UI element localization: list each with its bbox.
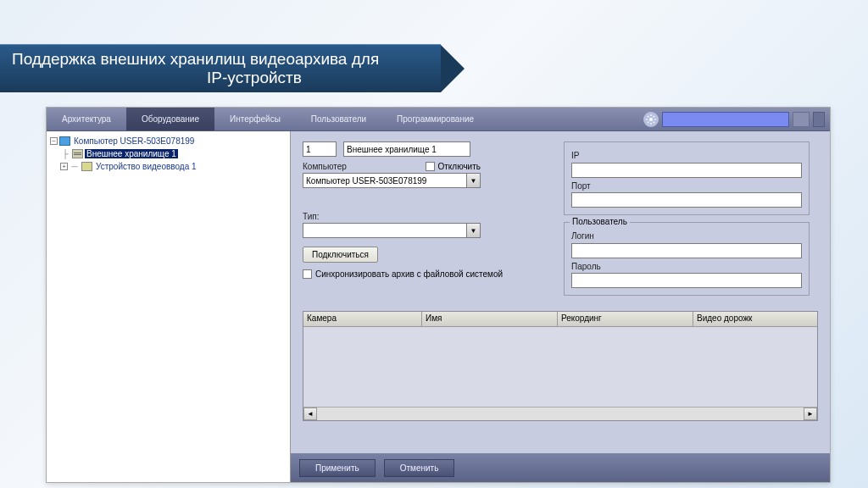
expand-icon[interactable]: + [60,163,68,170]
topbar: Архитектура Оборудование Интерфейсы Поль… [47,108,830,131]
sync-label: Синхронизировать архив с файловой систем… [315,269,503,279]
tree-label-video: Устройство видеоввода 1 [94,162,198,171]
sync-checkbox[interactable] [303,269,312,279]
tab-equipment[interactable]: Оборудование [126,108,214,130]
chevron-down-icon[interactable]: ▼ [467,223,481,238]
svg-line-6 [654,121,654,122]
scroll-right-icon[interactable]: ► [804,408,817,420]
tab-architecture[interactable]: Архитектура [47,108,126,130]
slide-title: Поддержка внешних хранилищ видеоархива д… [0,44,441,92]
type-select-value[interactable] [303,223,467,238]
login-label: Логин [571,231,802,241]
connect-button[interactable]: Подключиться [303,247,378,263]
apply-button[interactable]: Применить [299,459,376,477]
grid-header: Камера Имя Рекординг Видео дорожк [303,312,817,327]
disable-label: Отключить [437,162,481,171]
computer-label: Компьютер [303,162,347,171]
col-name[interactable]: Имя [422,312,558,326]
svg-line-5 [648,116,648,117]
bottom-bar: Применить Отменить [291,453,830,482]
slide-title-line2: IP-устройств [12,69,429,87]
app-window: Архитектура Оборудование Интерфейсы Поль… [46,107,831,483]
grid-body [303,327,817,407]
login-input[interactable] [571,243,802,258]
col-track[interactable]: Видео дорожк [693,312,817,326]
user-legend: Пользователь [570,217,630,226]
computer-icon [59,136,70,146]
ip-label: IP [571,151,802,160]
user-fieldset: Пользователь Логин Пароль [564,222,810,296]
tab-interfaces[interactable]: Интерфейсы [214,108,296,130]
port-label: Порт [571,181,802,191]
tab-users[interactable]: Пользователи [296,108,381,130]
computer-select[interactable]: ▼ [303,173,481,188]
config-panel: Компьютер Отключить ▼ Тип: [291,131,830,482]
type-label: Тип: [303,212,540,221]
tree-label-storage: Внешнее хранилище 1 [85,149,178,158]
camera-grid: Камера Имя Рекординг Видео дорожк ◄ ► [303,311,818,421]
panel-toggle-icon[interactable] [813,112,825,127]
password-label: Пароль [571,262,802,271]
grid-view-icon[interactable] [793,112,810,127]
video-device-icon [81,162,92,171]
tree-panel: − Компьютер USER-503E078199 ├ Внешнее хр… [47,131,291,482]
password-input[interactable] [571,273,802,288]
id-input[interactable] [303,141,337,157]
tree-connector: ├ [60,149,70,158]
gear-icon[interactable] [643,112,659,127]
col-camera[interactable]: Камера [303,312,422,326]
type-select[interactable]: ▼ [303,223,481,238]
horizontal-scrollbar[interactable]: ◄ ► [303,407,817,420]
col-recording[interactable]: Рекординг [558,312,693,326]
collapse-icon[interactable]: − [50,137,58,145]
cancel-button[interactable]: Отменить [384,459,455,477]
tree-connector: ─ [70,162,80,171]
scroll-left-icon[interactable]: ◄ [303,408,317,420]
scroll-track[interactable] [317,408,804,420]
app-body: − Компьютер USER-503E078199 ├ Внешнее хр… [47,131,830,482]
topbar-right [643,108,830,130]
tab-programming[interactable]: Программирование [381,108,489,130]
tree-label-computer: Компьютер USER-503E078199 [72,136,196,146]
port-input[interactable] [571,192,802,208]
svg-point-0 [649,118,653,121]
tree-row-computer[interactable]: − Компьютер USER-503E078199 [48,135,288,147]
ip-input[interactable] [571,163,802,178]
slide-title-line1: Поддержка внешних хранилищ видеоархива д… [12,50,379,68]
tree-row-storage[interactable]: ├ Внешнее хранилище 1 [48,147,288,160]
tree-row-video[interactable]: + ─ Устройство видеоввода 1 [48,160,288,173]
disable-checkbox[interactable] [426,162,435,171]
computer-select-value[interactable] [303,173,467,188]
name-input[interactable] [343,141,470,157]
storage-icon [72,149,83,158]
chevron-down-icon[interactable]: ▼ [467,173,481,188]
search-input[interactable] [662,112,789,127]
network-fieldset: IP Порт [564,141,810,215]
svg-line-7 [648,121,648,122]
svg-line-8 [654,116,654,117]
